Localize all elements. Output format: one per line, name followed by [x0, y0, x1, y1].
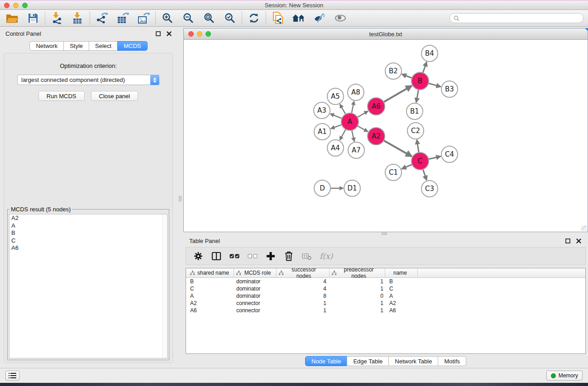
- graph-node-B3[interactable]: B3: [441, 81, 458, 97]
- graph-node-A8[interactable]: A8: [348, 84, 364, 100]
- function-builder-button[interactable]: f(x): [320, 252, 333, 261]
- network-canvas[interactable]: AA1A2A3A4A5A6A7A8BB1B2B3B4CC1C2C3C4DD1: [184, 40, 588, 232]
- graph-node-D1[interactable]: D1: [344, 180, 360, 196]
- graph-node-A7[interactable]: A7: [348, 142, 364, 158]
- graph-node-label: B3: [445, 85, 454, 93]
- table-row[interactable]: Adominator 80 A: [186, 292, 585, 300]
- close-panel-icon[interactable]: [167, 31, 172, 36]
- mcds-result-item[interactable]: A: [10, 222, 167, 230]
- zoom-out-button[interactable]: [181, 11, 196, 25]
- refresh-button[interactable]: [246, 11, 262, 25]
- tab-network[interactable]: Network: [29, 41, 64, 51]
- zoom-fit-button[interactable]: [201, 11, 217, 25]
- tab-select[interactable]: Select: [89, 41, 118, 51]
- table-settings-button[interactable]: [193, 251, 204, 262]
- task-history-button[interactable]: [5, 371, 19, 381]
- vertical-splitter-handle[interactable]: [179, 196, 182, 201]
- deselect-all-columns-button[interactable]: [247, 251, 258, 262]
- tab-motifs[interactable]: Motifs: [438, 356, 466, 366]
- close-panel-button[interactable]: Close panel: [91, 91, 139, 101]
- graph-node-A5[interactable]: A5: [327, 88, 344, 105]
- zoom-selected-button[interactable]: [222, 11, 238, 25]
- graph-node-A4[interactable]: A4: [327, 140, 344, 156]
- minimize-window-icon[interactable]: [13, 3, 19, 8]
- control-panel-tabs: Network Style Select MCDS: [0, 41, 177, 51]
- network-window-titlebar[interactable]: testGlobe.txt: [184, 29, 588, 40]
- zoom-network-icon[interactable]: [206, 31, 211, 37]
- scrollbar-track[interactable]: [162, 214, 167, 358]
- delete-column-button[interactable]: [283, 251, 294, 262]
- graph-node-C4[interactable]: C4: [441, 146, 458, 162]
- export-network-button[interactable]: [94, 11, 110, 25]
- split-view-button[interactable]: [211, 251, 222, 262]
- import-network-button[interactable]: [49, 11, 65, 25]
- add-column-button[interactable]: [265, 251, 276, 262]
- graph-node-A2[interactable]: A2: [368, 128, 385, 145]
- run-mcds-button[interactable]: Run MCDS: [38, 91, 85, 101]
- table-row[interactable]: A6connector 11 A6: [186, 307, 585, 314]
- graph-node-C2[interactable]: C2: [407, 123, 424, 139]
- mcds-result-item[interactable]: A6: [10, 244, 167, 252]
- float-panel-icon[interactable]: [156, 31, 161, 36]
- graph-node-D[interactable]: D: [314, 180, 330, 196]
- graph-node-B4[interactable]: B4: [421, 45, 438, 62]
- float-panel-icon[interactable]: [565, 238, 570, 243]
- minimize-network-icon[interactable]: [197, 31, 202, 37]
- criterion-dropdown[interactable]: largest connected component (directed): [17, 75, 159, 85]
- network-graph: AA1A2A3A4A5A6A7A8BB1B2B3B4CC1C2C3C4DD1: [184, 40, 588, 232]
- show-network-view-button[interactable]: [333, 11, 348, 25]
- delete-table-button[interactable]: [301, 251, 312, 262]
- graph-node-B[interactable]: B: [411, 72, 429, 90]
- column-type-icon: [332, 271, 337, 275]
- zoom-fit-icon: [204, 13, 215, 24]
- tab-network-table[interactable]: Network Table: [388, 356, 438, 366]
- graph-node-label: A4: [331, 144, 340, 152]
- show-all-networks-button[interactable]: [291, 11, 306, 25]
- close-network-icon[interactable]: [188, 31, 194, 37]
- graph-node-C[interactable]: C: [411, 152, 429, 170]
- open-session-button[interactable]: [5, 11, 20, 25]
- duplicate-network-button[interactable]: [270, 11, 286, 25]
- graph-node-A6[interactable]: A6: [368, 98, 385, 115]
- zoom-in-button[interactable]: [160, 11, 175, 25]
- column-header-successor-nodes[interactable]: successor nodes: [277, 268, 330, 277]
- graph-node-C3[interactable]: C3: [421, 181, 438, 197]
- mcds-result-title: MCDS result (5 nodes): [10, 206, 72, 213]
- zoom-window-icon[interactable]: [22, 3, 28, 8]
- import-network-icon: [51, 12, 63, 24]
- mcds-result-item[interactable]: B: [10, 229, 167, 237]
- column-header-mcds-role[interactable]: MCDS role: [234, 268, 277, 277]
- graph-node-C1[interactable]: C1: [385, 164, 402, 181]
- hide-network-view-button[interactable]: [312, 11, 327, 25]
- select-all-columns-button[interactable]: [229, 251, 240, 262]
- import-table-button[interactable]: [70, 11, 86, 25]
- table-row[interactable]: Cdominator 41 C: [186, 285, 585, 292]
- mcds-result-item[interactable]: A2: [10, 214, 167, 222]
- column-header-predecessor-nodes[interactable]: predecessor nodes: [330, 268, 385, 277]
- search-input[interactable]: [462, 15, 579, 21]
- graph-node-label: A6: [372, 102, 381, 110]
- column-header-name[interactable]: name: [385, 268, 418, 277]
- mcds-result-item[interactable]: C: [10, 237, 167, 245]
- tab-node-table[interactable]: Node Table: [305, 356, 348, 366]
- graph-node-A3[interactable]: A3: [314, 102, 330, 119]
- graph-node-B1[interactable]: B1: [406, 103, 423, 119]
- close-window-icon[interactable]: [4, 3, 10, 8]
- graph-node-B2[interactable]: B2: [385, 63, 402, 79]
- export-image-button[interactable]: [136, 11, 151, 25]
- search-box[interactable]: [449, 13, 583, 23]
- memory-button[interactable]: Memory: [546, 371, 583, 381]
- tab-mcds[interactable]: MCDS: [117, 41, 147, 51]
- tab-style[interactable]: Style: [63, 41, 89, 51]
- resize-grip-icon[interactable]: [581, 225, 587, 231]
- table-row[interactable]: A2connector 11 A2: [186, 300, 585, 307]
- close-panel-icon[interactable]: [576, 238, 581, 243]
- tab-edge-table[interactable]: Edge Table: [347, 356, 389, 366]
- graph-node-A1[interactable]: A1: [314, 124, 330, 140]
- save-session-button[interactable]: [25, 11, 41, 25]
- column-header-shared-name[interactable]: shared name: [186, 268, 234, 277]
- table-row[interactable]: Bdominator 41 B: [186, 278, 585, 285]
- export-table-button[interactable]: [115, 11, 130, 25]
- mcds-result-list[interactable]: A2 A B C A6: [9, 214, 167, 358]
- graph-node-A[interactable]: A: [341, 113, 359, 130]
